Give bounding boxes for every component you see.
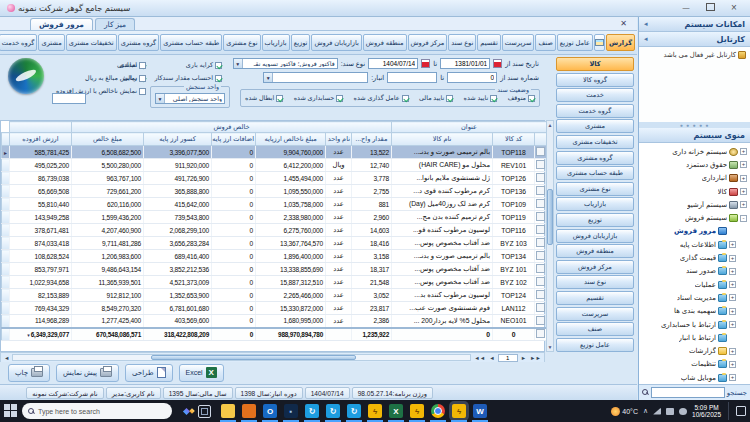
checkbox-option[interactable]: تایید مالی [419,94,453,102]
scroll-thumb[interactable] [547,189,553,245]
panel-header-facilities[interactable]: امکانات سیستم ◂ [639,17,750,32]
table-row[interactable]: LAN112فوم شستشوی صورت عب...23,817عدد15,3… [2,302,547,315]
expander-icon[interactable]: + [729,348,736,355]
table-row[interactable]: TOP126ژل شستشوی ملایم بانوا...3,778عدد1,… [2,172,547,185]
table-row[interactable]: TOP109کرم ضد لک روز40میل (Day)881عدد1,03… [2,198,547,211]
expander-icon[interactable]: - [740,215,747,222]
expander-icon[interactable]: + [740,188,747,195]
toolbar-button[interactable]: نوع سند [448,34,476,51]
app-icon[interactable]: ▪ [284,404,298,418]
tree-item[interactable]: +حقوق دستمزد [639,158,750,171]
tree-item[interactable]: +تنظیمات [639,358,750,371]
tree-item[interactable]: +کالا [639,185,750,198]
expander-icon[interactable]: + [740,161,747,168]
row-checkbox[interactable] [535,198,547,211]
quick-button[interactable]: گروه کالا [556,73,634,87]
calendar-icon[interactable] [493,59,502,68]
warehouse-combo[interactable]: ▼ [263,72,368,83]
tree-item[interactable]: +صدور سند [639,265,750,278]
table-row[interactable]: NEO101محلول 5% لایه بردار200 ...2,386عدد… [2,315,547,328]
quick-button[interactable]: گروه خدمت [556,104,634,118]
bolt-icon[interactable]: ϟ [452,404,466,418]
quick-button[interactable]: مشتری [556,119,634,133]
tree-item[interactable]: +مدیریت اسناد [639,291,750,304]
nav-next-icon[interactable]: ► [520,355,527,361]
expander-icon[interactable]: + [729,361,736,368]
table-row[interactable]: TOP116لوسیون مرطوب کننده قو...14,603عدد6… [2,224,547,237]
outlook-icon[interactable]: O [263,404,277,418]
table-row[interactable]: TOP134بالم ترمیمی صورت و بدنـ...3,158عدد… [2,250,547,263]
taskbar-search[interactable]: Type here to search [22,403,172,419]
toolbar-button[interactable]: تقسیم [477,34,500,51]
date-from-input[interactable] [440,58,490,69]
column-header[interactable]: مقدار واح... [352,133,392,146]
column-header[interactable]: مبلغ خالص [72,133,144,146]
quick-button[interactable]: کالا [556,57,634,71]
volume-icon[interactable] [679,408,687,415]
word-icon[interactable]: W [473,404,487,418]
select-all-header[interactable] [535,133,547,146]
image-button[interactable] [594,34,605,51]
number-from-input[interactable] [447,72,497,83]
row-checkbox[interactable] [535,211,547,224]
notification-icon[interactable] [736,406,746,416]
row-checkbox[interactable] [535,250,547,263]
row-checkbox[interactable] [535,185,547,198]
excel-export-button[interactable]: X Excel [179,364,224,382]
print-button[interactable]: چاپ [8,364,50,382]
column-header[interactable]: کسور ارز پایه [144,133,212,146]
battery-icon[interactable] [666,408,674,415]
quick-button[interactable]: گروه مشتری [556,151,634,165]
quick-button[interactable]: صنف [556,322,634,336]
table-row[interactable]: REV101محلول مو (HAIR CARE)12,740ویال6,41… [2,159,547,172]
tree-item[interactable]: -سیستم فروش [639,211,750,224]
table-row[interactable]: BYZ 103ضد آفتاب مخصوص پوس...18,416عدد13,… [2,237,547,250]
date-to-input[interactable] [368,58,418,69]
tree-item[interactable]: +سهمیه بندی ها [639,305,750,318]
checkbox-option[interactable]: متوقف [508,94,535,102]
nav-first-icon[interactable]: ◄◄ [473,355,486,361]
toolbar-button[interactable]: صنف [535,34,555,51]
tree-item[interactable]: +سیستم خزانه داری [639,145,750,158]
toolbar-button[interactable]: نوع مشتری [223,34,260,51]
toolbar-button[interactable]: منطقه فروش [363,34,407,51]
close-icon[interactable] [728,3,740,13]
checkbox-option[interactable]: تایید شده [464,94,498,102]
quick-button[interactable]: مرکز فروش [556,260,634,274]
row-checkbox[interactable] [535,302,547,315]
scroll-down-icon[interactable]: ▼ [548,343,553,351]
column-header[interactable]: ارزش افزوده [10,133,72,146]
excel-icon[interactable]: X [389,404,403,418]
weather-widget[interactable]: 40°C [611,407,638,416]
row-checkbox[interactable] [535,263,547,276]
checkbox-option[interactable]: نمایش مبالغ به ریال [85,74,146,82]
store-icon[interactable] [242,404,256,418]
calendar-icon[interactable] [421,59,430,68]
design-button[interactable]: طراحی [125,364,173,382]
bolt-icon[interactable]: ϟ [410,404,424,418]
nav-last-icon[interactable]: ►► [529,355,542,361]
minimize-icon[interactable] [680,3,692,13]
tree-item[interactable]: +موبایل شاپ [639,371,750,384]
tree-item[interactable]: +انبارداری [639,172,750,185]
table-row[interactable]: BYZ 101ضد آفتاب مخصوص پوس...18,317عدد13,… [2,263,547,276]
preview-button[interactable]: پیش نمایش [56,364,119,382]
tab-close-icon[interactable]: ✕ [620,19,627,28]
tree-item[interactable]: ارتباط با انبار [639,331,750,344]
hscroll-thumb[interactable] [151,355,357,360]
table-row[interactable]: TOP119کرم ترمیم کننده بدن مح...2,960عدد2… [2,211,547,224]
horizontal-scrollbar[interactable] [12,354,471,361]
copilot-icon[interactable] [184,409,194,414]
expander-icon[interactable]: + [729,321,736,328]
tab-sales-review[interactable]: مرور فروش [30,18,93,30]
column-header[interactable]: کد کالا [493,133,535,146]
bolt-icon[interactable]: ϟ [368,404,382,418]
checkbox-option[interactable]: ابطال شده [245,94,283,102]
toolbar-button[interactable]: طبقه حساب مشتری [160,34,222,51]
checkbox-option[interactable]: انباشتی [117,61,146,69]
number-to-input[interactable] [387,72,437,83]
expander-icon[interactable]: + [729,255,736,262]
toolbar-button[interactable]: گروه خدمت [0,34,37,51]
quick-button[interactable]: سرپرست [556,307,634,321]
tree-item[interactable]: +اطلاعات پایه [639,238,750,251]
